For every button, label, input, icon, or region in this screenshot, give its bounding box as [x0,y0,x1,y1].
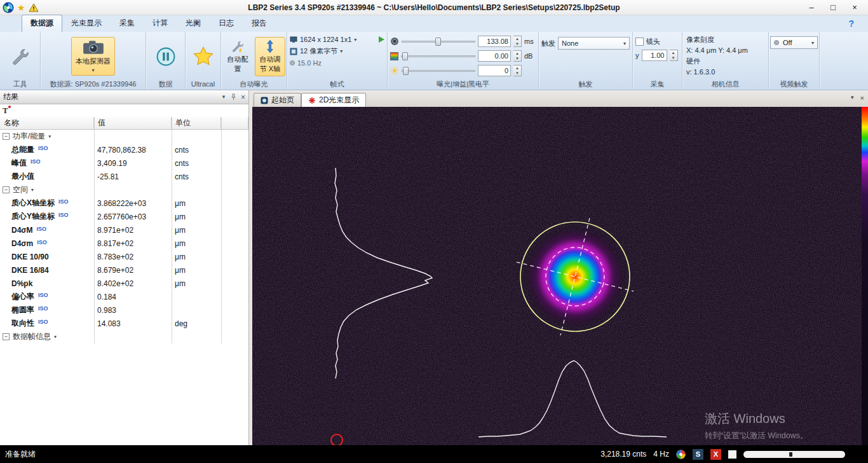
ribbon-tab-1[interactable]: 光束显示 [62,15,111,32]
zoom-slider-thumb[interactable] [789,452,792,457]
panel-menu-icon[interactable]: ▼ [221,94,226,100]
tab-list-icon[interactable]: ▾ [851,94,854,102]
ultracal-button[interactable] [188,43,219,70]
result-group-row[interactable]: −数据帧信息▾ [0,330,248,343]
result-row: 偏心率ISO0.184 [0,290,248,303]
apply-resolution-button[interactable] [379,36,384,43]
ribbon-tab-5[interactable]: 日志 [210,15,243,32]
auto-adjust-icon [263,39,277,53]
column-header-unit[interactable]: 单位 [172,117,221,129]
warning-icon[interactable] [29,3,39,12]
collapse-icon[interactable]: − [3,186,10,193]
pixel-depth-dropdown[interactable]: 12 像素字节 ▾ [288,46,386,57]
chevron-down-icon: ▾ [92,67,94,73]
exposure-slider[interactable] [402,37,475,46]
text-tool-icon[interactable]: T [3,106,8,116]
result-name: DKE 16/84 [0,266,94,275]
collapse-icon[interactable]: − [3,133,10,140]
ribbon-group-datasource: 本地探测器 ▾ 数据源: SP920s #21339946 [41,32,146,90]
auto-config-button[interactable]: 自动配置 [222,37,253,76]
black-level-spinner[interactable]: ▲▼ [513,65,522,76]
iso-badge: ISO [38,319,48,325]
resolution-icon [290,36,297,43]
pixel-scale-label: 像素刻度 [686,35,767,44]
result-row: 质心Y轴坐标ISO2.657760e+03μm [0,210,248,223]
s-badge[interactable]: S [693,449,703,460]
local-detector-button[interactable]: 本地探测器 ▾ [71,37,115,76]
star-icon[interactable]: ★ [17,3,25,13]
gain-icon [390,52,398,60]
tab-2d-beam-display[interactable]: 2D光束显示 [301,93,366,107]
beam-image[interactable]: 激活 Windows 转到“设置”以激活 Windows。 [252,107,868,445]
status-ready-text: 准备就绪 [5,449,36,460]
ribbon-tab-6[interactable]: 报告 [243,15,276,32]
minimize-button[interactable]: – [801,1,822,15]
iso-badge: ISO [38,305,48,312]
pie-chart-icon[interactable] [676,450,686,459]
gain-input[interactable]: 0.00 [478,50,511,62]
black-level-input[interactable]: 0 [478,65,511,76]
resolution-dropdown[interactable]: 1624 x 1224 1x1 ▾ [288,35,386,44]
help-icon[interactable]: ? [848,18,854,29]
result-group-row[interactable]: −功率/能量▾ [0,130,248,143]
gain-unit: dB [524,52,536,60]
panel-close-icon[interactable]: × [241,93,245,102]
chevron-down-icon: ▾ [354,37,356,43]
gamma-input[interactable]: 1.00 [642,50,667,61]
result-name: 质心X轴坐标ISO [0,198,94,209]
ribbon-tab-4[interactable]: 光阑 [177,15,210,32]
trigger-dropdown[interactable]: None ▾ [558,37,630,50]
tab-close-icon[interactable]: × [860,94,864,102]
exposure-spinner[interactable]: ▲▼ [513,36,522,47]
column-header-value[interactable]: 值 [94,117,172,129]
gain-spinner[interactable]: ▲▼ [513,50,522,62]
chevron-down-icon[interactable]: ▾ [31,187,34,193]
ribbon-tab-3[interactable]: 计算 [144,15,177,32]
app-icon[interactable] [3,2,14,13]
result-row: D4σmISO8.817e+02μm [0,237,248,250]
zoom-slider[interactable] [743,451,845,458]
auto-adjust-x-button[interactable]: 自动调节 X轴 [255,37,285,76]
group-label-tools: 工具 [1,79,39,90]
group-label-trigger: 触发 [540,79,631,90]
pause-button[interactable] [152,45,180,69]
result-name: 总能量ISO [0,144,94,155]
ribbon-tab-0[interactable]: 数据源 [22,15,62,32]
display-toggle-icon[interactable] [728,450,736,459]
hardware-version: v: 1.6.3.0 [686,67,767,76]
x-badge[interactable]: X [710,449,721,460]
column-header-name[interactable]: 名称 [0,117,94,129]
tab-start-page[interactable]: 起始页 [254,93,301,107]
beam-display-icon [308,97,316,104]
exposure-input[interactable]: 133.08 [478,36,511,47]
pin-icon[interactable] [230,93,237,100]
chevron-down-icon[interactable]: ▾ [48,134,51,139]
gamma-spinner[interactable]: ▲▼ [670,50,678,61]
result-value: 14.083 [94,319,172,328]
color-scale-bar [862,107,868,445]
watermark-subtitle: 转到“设置”以激活 Windows。 [705,431,808,440]
result-value: 8.402e+02 [94,279,172,288]
result-unit: cnts [172,146,221,155]
result-name: 最小值 [0,171,94,182]
chevron-down-icon[interactable]: ▾ [54,334,57,340]
maximize-button[interactable]: □ [822,1,844,15]
ribbon: 工具 本地探测器 ▾ 数据源: SP920s #21339946 数据 [0,32,868,90]
lens-checkbox[interactable] [635,38,644,46]
gain-slider[interactable] [401,52,475,60]
group-label-auto-exposure: 自动曝光 [222,79,285,90]
result-value: 8.679e+02 [94,266,172,275]
trigger-field-label: 触发 [541,39,555,48]
ribbon-tab-2[interactable]: 采集 [111,15,144,32]
video-trigger-dropdown[interactable]: Off ▾ [770,36,818,49]
pixel-scale-value: X: 4.4 μm Y: 4.4 μm [686,46,767,55]
tools-button[interactable] [6,45,34,69]
frame-rate-row: 15.0 Hz [288,59,386,67]
result-group-row[interactable]: −空间▾ [0,183,248,197]
close-button[interactable]: × [844,1,865,15]
black-level-slider[interactable] [402,66,475,75]
gamma-label: y [635,52,639,59]
result-name: 取向性ISO [0,318,94,329]
ribbon-group-capture: 镜头 y 1.00 ▲▼ 采集 [633,32,682,90]
collapse-icon[interactable]: − [3,333,10,340]
